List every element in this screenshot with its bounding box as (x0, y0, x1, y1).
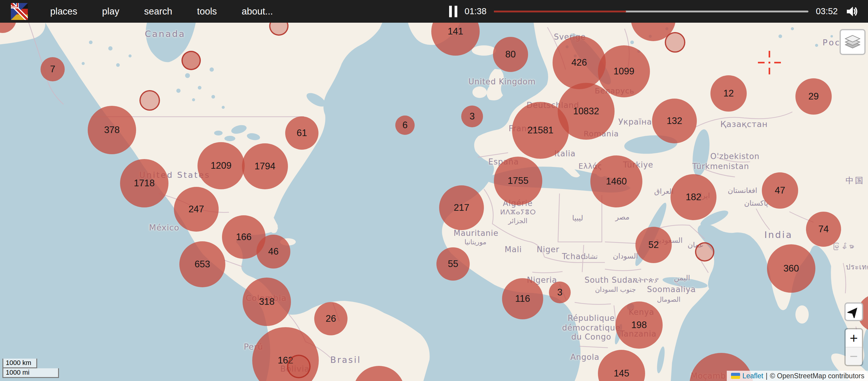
cluster-count: 1755 (508, 176, 529, 186)
cluster-count: 182 (686, 192, 701, 202)
map-country-label: India (764, 229, 793, 240)
map-country-label: ليبيا (572, 214, 583, 222)
map-country-label: Tchad (562, 252, 586, 261)
cluster-marker[interactable]: 7 (40, 57, 65, 81)
landmass-ireland (472, 87, 487, 98)
cluster-marker[interactable]: 1718 (120, 159, 168, 208)
cluster-marker[interactable]: 318 (243, 278, 291, 326)
cluster-count: 318 (259, 296, 275, 307)
cluster-count: 52 (648, 240, 659, 250)
map-country-label: Brasil (330, 355, 361, 365)
nav-item-about[interactable]: about... (242, 6, 273, 17)
cluster-count: 12 (723, 88, 734, 99)
progress-bar[interactable] (494, 10, 809, 12)
cluster-marker[interactable] (287, 355, 311, 378)
cluster-count: 198 (631, 320, 647, 330)
scale-km: 1000 km (2, 359, 37, 368)
map-country-label: O'zbekiston (710, 152, 760, 161)
cluster-marker[interactable]: 378 (88, 106, 136, 154)
progress-bar-fill (494, 10, 626, 12)
cluster-marker[interactable]: 1755 (494, 157, 542, 205)
cluster-count: 1718 (134, 178, 155, 189)
cluster-count: 1209 (211, 160, 232, 171)
cluster-marker[interactable]: 6 (395, 116, 415, 135)
pause-button[interactable] (449, 6, 457, 17)
cluster-marker[interactable]: 360 (767, 244, 815, 293)
speaker-icon[interactable] (845, 4, 859, 19)
map-country-label: Niger (537, 245, 559, 254)
cluster-marker[interactable]: 198 (616, 301, 663, 349)
cluster-marker[interactable] (695, 242, 714, 261)
cluster-marker[interactable]: 426 (553, 36, 606, 89)
map-country-label: du Congo (571, 332, 611, 341)
cluster-count: 378 (104, 125, 120, 135)
nav-item-places[interactable]: places (50, 6, 78, 17)
cluster-marker[interactable]: 653 (179, 241, 225, 287)
cluster-marker[interactable]: 1794 (242, 143, 288, 189)
leaflet-link[interactable]: Leaflet (743, 372, 763, 380)
cluster-count: 1099 (614, 66, 634, 77)
cluster-marker[interactable]: 1099 (598, 45, 650, 97)
cluster-marker[interactable] (182, 51, 201, 70)
cluster-marker[interactable]: 21581 (512, 102, 569, 159)
cluster-marker[interactable]: 116 (502, 278, 543, 319)
locate-control-button[interactable] (844, 303, 863, 321)
cluster-marker[interactable]: 3 (549, 282, 571, 303)
cluster-marker[interactable]: 46 (256, 235, 290, 268)
map-country-label: السودان (613, 252, 638, 260)
map-country-label: Angola (570, 353, 599, 362)
cluster-marker[interactable] (665, 32, 685, 53)
cluster-count: 61 (297, 128, 307, 138)
map-country-label: 中国 (846, 175, 864, 186)
cluster-count: 3 (469, 111, 474, 122)
cluster-marker[interactable]: 182 (671, 174, 716, 220)
cluster-marker[interactable]: 217 (439, 185, 484, 230)
map-country-label: ኢትዮጵያ (632, 276, 659, 284)
cluster-count: 426 (571, 57, 587, 68)
cluster-marker[interactable]: 29 (796, 78, 832, 115)
attribution-bar: Leaflet | © OpenStreetMap contributors (727, 371, 868, 381)
cluster-count: 6 (402, 120, 407, 131)
nav-item-search[interactable]: search (144, 6, 172, 17)
map-country-label: ประเทศไทย (846, 261, 868, 273)
cluster-marker[interactable]: 247 (174, 187, 219, 232)
uk-german-flag-icon[interactable] (11, 3, 28, 20)
cluster-marker[interactable]: 55 (436, 247, 470, 281)
zoom-out-button[interactable]: − (846, 347, 862, 365)
cluster-marker[interactable]: 74 (806, 212, 841, 247)
map-country-label: Қазақстан (720, 120, 768, 129)
locate-arrow-icon (847, 306, 860, 318)
elapsed-time: 01:38 (465, 6, 487, 16)
landmass-iceland (472, 45, 496, 56)
ukraine-flag-icon (731, 373, 740, 379)
cluster-marker[interactable]: 3 (461, 105, 483, 127)
nav-item-play[interactable]: play (102, 6, 120, 17)
cluster-marker[interactable]: 47 (762, 172, 798, 209)
cluster-count: 26 (326, 313, 336, 324)
cluster-marker[interactable] (140, 90, 160, 111)
cluster-count: 132 (666, 116, 682, 126)
cluster-marker[interactable]: 80 (493, 37, 528, 72)
map-country-label: Türkmenistan (692, 162, 749, 171)
cluster-count: 141 (447, 26, 463, 37)
map-country-label: United Kingdom (468, 77, 536, 86)
cluster-marker[interactable]: 1460 (590, 155, 642, 208)
cluster-marker[interactable]: 1209 (197, 142, 245, 189)
cluster-count: 21581 (527, 125, 554, 136)
nav-item-tools[interactable]: tools (197, 6, 217, 17)
cluster-marker[interactable]: 12 (710, 75, 747, 112)
cluster-count: 653 (194, 259, 210, 270)
map-country-label: République (568, 314, 615, 323)
cluster-count: 166 (236, 232, 252, 243)
cluster-marker[interactable]: 132 (652, 99, 697, 143)
cluster-marker[interactable]: 52 (636, 227, 672, 263)
cluster-count: 217 (454, 202, 469, 213)
cluster-marker[interactable]: 61 (285, 117, 318, 150)
map-country-label: موريتانيا (465, 238, 487, 246)
zoom-in-button[interactable]: + (846, 329, 862, 347)
cluster-marker[interactable]: 26 (314, 302, 347, 335)
map-country-label: افغانستان (728, 186, 757, 195)
layers-control-button[interactable] (840, 29, 866, 55)
map-country-label: جنوب السودان (595, 286, 636, 293)
cluster-count: 145 (614, 368, 629, 379)
